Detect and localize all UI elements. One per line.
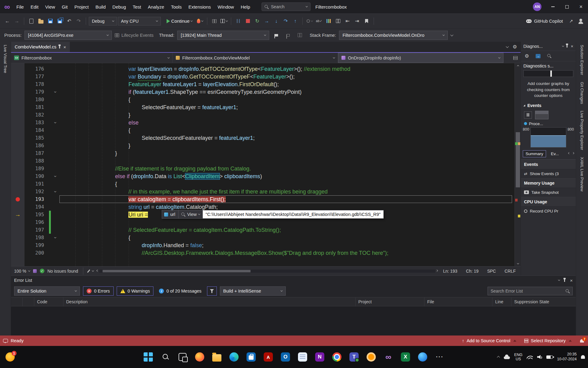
menu-tools[interactable]: Tools — [168, 0, 185, 13]
side-tab-xaml-live-preview[interactable]: XAML Live Preview — [580, 157, 584, 191]
add-to-source-control-button[interactable]: ↑ Add to Source Control — [458, 335, 520, 346]
breakpoint-margin-cell[interactable] — [11, 119, 24, 126]
breakpoint-margin-cell[interactable] — [11, 234, 24, 241]
taskbar-orange-app-icon[interactable] — [364, 350, 378, 364]
code-line-187[interactable]: 187 } — [11, 149, 521, 157]
side-tab-git-changes[interactable]: Git Changes — [580, 82, 584, 104]
account-avatar[interactable]: AN — [533, 2, 541, 11]
tab-close-icon[interactable]: × — [63, 44, 66, 50]
code-line-185[interactable]: 185 SelectedSecondFeaturelayer = feature… — [11, 134, 521, 142]
scroll-left-arrow-icon[interactable] — [96, 269, 99, 271]
export-icon[interactable] — [536, 54, 541, 58]
settings-gear-icon[interactable]: ⚙ — [525, 54, 529, 59]
debug-windows-button[interactable] — [220, 17, 228, 26]
code-text[interactable]: string url = catalogItem.CatalogPath; — [59, 203, 521, 211]
fold-chevron-icon[interactable]: › — [51, 88, 59, 96]
side-tab-live-visual-tree[interactable]: Live Visual Tree — [3, 45, 8, 73]
close-icon[interactable]: × — [571, 44, 573, 48]
taskbar-store-icon[interactable] — [244, 350, 258, 364]
menu-project[interactable]: Project — [71, 0, 92, 13]
code-text[interactable]: FeatureLayer featureLayer1 = layerElevat… — [59, 80, 521, 88]
record-cpu-button[interactable]: Record CPU Pr — [521, 207, 576, 216]
battery-icon[interactable] — [546, 355, 553, 359]
code-text[interactable]: // SelectedFeatureLayer = catalogItem.Ca… — [59, 226, 521, 234]
menu-debug[interactable]: Debug — [109, 0, 129, 13]
taskbar-start-icon[interactable] — [141, 350, 155, 364]
flag-threads-button[interactable] — [272, 31, 281, 40]
taskbar-task-view-icon[interactable] — [176, 350, 189, 364]
code-text[interactable]: //ArcGIS.Desktop.Framework.Dialogs.Messa… — [59, 249, 521, 257]
restart-button[interactable]: ↻ — [253, 17, 262, 26]
redo-button[interactable]: ↷ — [74, 17, 83, 26]
taskbar-more-icon[interactable]: ··· — [433, 350, 447, 364]
break-all-button[interactable] — [234, 17, 243, 26]
menu-git[interactable]: Git — [58, 0, 71, 13]
menu-window[interactable]: Window — [214, 0, 237, 13]
breakpoint-margin-cell[interactable] — [11, 172, 24, 180]
vertical-scrollbar[interactable] — [514, 63, 521, 266]
events-expander[interactable]: Events — [521, 102, 576, 109]
pause-events-button[interactable] — [524, 111, 532, 119]
breakpoints-window-button[interactable] — [210, 17, 219, 26]
split-window-button[interactable] — [510, 53, 521, 63]
datatip-popup[interactable]: url View "C:\\Users\\Abhijeet Nandeshwar… — [162, 210, 384, 219]
undo-button[interactable]: ↶ — [65, 17, 74, 26]
code-text[interactable]: } — [59, 111, 521, 119]
code-text[interactable]: var catalogItem = clipboardItems.First()… — [59, 195, 521, 203]
widgets-button[interactable]: 1 — [6, 352, 15, 362]
column-description[interactable]: Description — [63, 297, 356, 306]
code-line-192[interactable]: 192› // in this example, we handle just … — [11, 188, 521, 195]
maximize-button[interactable] — [560, 0, 574, 13]
document-options-gear-icon[interactable]: ⚙ — [513, 44, 517, 49]
code-line-189[interactable]: 189 //Else if statement is for dragging … — [11, 165, 521, 172]
thread-dropdown[interactable]: [13924] Main Thread — [177, 31, 269, 40]
taskbar-teams-icon[interactable]: T — [347, 350, 361, 364]
tab-summary[interactable]: Summary — [523, 150, 546, 157]
solution-configuration-dropdown[interactable]: Debug — [89, 17, 117, 25]
breakpoint-margin-cell[interactable] — [11, 142, 24, 149]
fold-chevron-icon[interactable]: › — [51, 188, 59, 195]
close-icon[interactable]: × — [570, 278, 573, 283]
side-tab-live-property-explorer[interactable]: Live Property Explorer — [580, 111, 584, 150]
fold-chevron-icon[interactable]: › — [51, 234, 59, 241]
stop-debugging-button[interactable] — [243, 17, 252, 26]
breakpoint-margin-cell[interactable] — [11, 96, 24, 103]
github-copilot-button[interactable]: GitHub Copilot — [523, 17, 566, 26]
code-text[interactable]: else — [59, 119, 521, 126]
code-text[interactable]: { — [59, 234, 521, 241]
open-file-button[interactable] — [36, 17, 45, 26]
breakpoint-margin-cell[interactable] — [11, 218, 24, 226]
code-text[interactable]: { — [59, 96, 521, 103]
scrollbar-thumb[interactable] — [516, 132, 520, 187]
step-out-button[interactable]: ↑ — [291, 17, 300, 26]
tab-events[interactable]: Ev... — [548, 151, 561, 157]
show-flagged-only-button[interactable] — [284, 31, 292, 40]
tab-scroll-right-icon[interactable] — [572, 152, 574, 154]
volume-icon[interactable] — [537, 355, 542, 359]
code-line-196[interactable]: 196 — [11, 218, 521, 226]
breakpoint-margin-cell[interactable] — [11, 226, 24, 234]
stack-frame-dropdown[interactable]: Filtercombobox.ComboViewModel.OnDro — [339, 31, 448, 40]
search-box[interactable]: Search — [262, 2, 311, 11]
column-project[interactable]: Project — [356, 297, 424, 306]
code-editor[interactable]: 176 var layerElevation = dropInfo.GetTOC… — [11, 63, 521, 266]
code-line-180[interactable]: 180 { — [11, 96, 521, 103]
errors-toggle-button[interactable]: × 0 Errors — [83, 286, 114, 296]
hscroll-thumb[interactable] — [103, 270, 250, 272]
breakpoint-margin-cell[interactable] — [11, 88, 24, 96]
taskbar-notepad-icon[interactable] — [296, 350, 309, 364]
taskbar-acrobat-icon[interactable]: A — [262, 350, 275, 364]
save-button[interactable] — [46, 17, 55, 26]
menu-extensions[interactable]: Extensions — [185, 0, 214, 13]
datatip-view-dropdown[interactable]: View — [178, 210, 203, 218]
navigate-back-button[interactable]: ← — [3, 17, 12, 26]
live-share-button[interactable] — [576, 17, 585, 26]
line-ending-indicator[interactable]: CRLF — [504, 269, 516, 274]
code-line-199[interactable]: 199 dropInfo.Handled = false; — [11, 241, 521, 249]
scroll-right-arrow-icon[interactable] — [436, 269, 438, 271]
increase-indent-button[interactable]: ⇥ — [353, 17, 361, 26]
step-into-button[interactable]: ↓ — [272, 17, 281, 26]
pin-icon[interactable] — [59, 46, 60, 48]
taskbar-chrome-icon[interactable] — [330, 350, 344, 364]
breakpoint-margin-cell[interactable] — [11, 241, 24, 249]
